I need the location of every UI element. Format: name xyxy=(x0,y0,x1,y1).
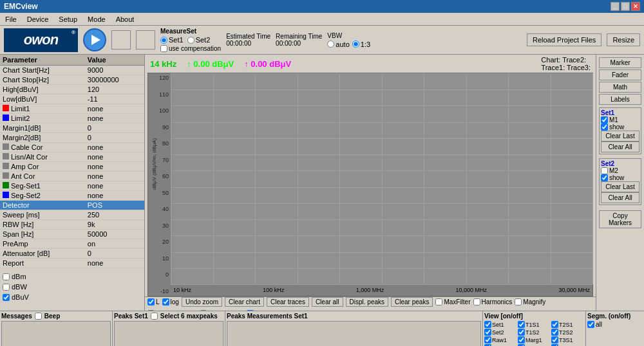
l-checkbox[interactable] xyxy=(147,298,155,305)
use-compensation-checkbox[interactable] xyxy=(160,45,167,52)
right-panel: Marker Fader Math Labels Set1 M1 show Cl… xyxy=(596,55,644,311)
magnify-checkbox[interactable] xyxy=(515,298,522,305)
vbw-label: VBW xyxy=(327,32,370,39)
dbuv-checkbox[interactable] xyxy=(3,294,10,301)
resize-button[interactable]: Resize xyxy=(607,33,640,46)
view-set2-checkbox[interactable] xyxy=(484,329,491,336)
segm-all-checkbox[interactable] xyxy=(587,321,594,328)
param-cell: Lisn/Alt Cor xyxy=(0,152,85,162)
param-cell: Margin1[dB] xyxy=(0,123,85,133)
set1-radio-label[interactable]: Set1 xyxy=(160,36,184,44)
vbw-auto-label[interactable]: auto xyxy=(327,41,349,48)
value-cell: on xyxy=(85,239,144,249)
menu-device[interactable]: Device xyxy=(24,14,52,24)
segm-all-group: all xyxy=(587,321,643,328)
param-cell: Limit1 xyxy=(0,104,85,114)
math-button[interactable]: Math xyxy=(599,82,641,93)
close-button[interactable]: ✕ xyxy=(631,2,640,11)
copy-markers-button[interactable]: Copy Markers xyxy=(599,210,641,228)
set2-clear-last-button[interactable]: Clear Last xyxy=(601,181,639,192)
view-t2s1-checkbox[interactable] xyxy=(551,321,558,328)
set2-show-checkbox[interactable] xyxy=(601,174,608,181)
stop-button[interactable] xyxy=(111,30,131,50)
trace3-label: Trace3: xyxy=(567,64,591,71)
play-icon xyxy=(91,35,100,45)
vbw-auto-radio[interactable] xyxy=(327,41,334,48)
view-t2s2-checkbox[interactable] xyxy=(551,329,558,336)
set1-radio[interactable] xyxy=(160,37,167,44)
trademark: ® xyxy=(71,30,75,35)
grid-line-vertical xyxy=(508,73,509,284)
vbw-ratio-radio[interactable] xyxy=(352,41,359,48)
grid-line-vertical xyxy=(339,73,340,284)
undo-zoom-button[interactable]: Undo zoom xyxy=(182,297,222,307)
dbw-checkbox[interactable] xyxy=(3,284,10,291)
fader-button[interactable]: Fader xyxy=(599,69,641,80)
value-cell: none xyxy=(85,143,144,152)
estimated-time-value: 00:00:00 xyxy=(226,40,270,47)
view-set1-checkbox[interactable] xyxy=(484,321,491,328)
view-panel: View [on/off] Set1 T1S1 T2S1 Set2 T1S2 T… xyxy=(483,311,586,346)
maxfilter-checkbox[interactable] xyxy=(435,298,442,305)
grid-line-vertical xyxy=(382,73,383,284)
menu-mode[interactable]: Mode xyxy=(85,14,108,24)
menu-about[interactable]: About xyxy=(113,14,137,24)
estimated-time-label: Estimated Time xyxy=(226,33,270,40)
messages-panel: Messages Beep xyxy=(0,311,113,346)
displ-peaks-button[interactable]: Displ. peaks xyxy=(346,297,388,307)
param-cell: Margin2[dB] xyxy=(0,133,85,143)
main-layout: Parameter Value Chart Start[Hz]9000Chart… xyxy=(0,55,644,346)
log-checkbox[interactable] xyxy=(162,298,169,305)
segm-title: Segm. (on/off) xyxy=(587,313,643,320)
beep-checkbox[interactable] xyxy=(35,313,42,320)
value-cell: 9k xyxy=(85,220,144,230)
spectrum-chart[interactable]: 120 110 100 90 80 70 60 50 40 30 20 10 0… xyxy=(147,73,593,296)
set2-m2-checkbox[interactable] xyxy=(601,167,608,174)
pause-button[interactable] xyxy=(136,30,155,50)
harmonics-checkbox[interactable] xyxy=(473,298,480,305)
clear-all-button[interactable]: Clear all xyxy=(312,297,343,307)
clear-traces-button[interactable]: Clear traces xyxy=(267,297,309,307)
set2-clear-all-button[interactable]: Clear All xyxy=(601,192,639,203)
view-t1s2-checkbox[interactable] xyxy=(518,329,525,336)
set1-clear-last-button[interactable]: Clear Last xyxy=(601,131,639,141)
x-axis: 10 kHz 100 kHz 1,000 MHz 10,000 MHz 30,0… xyxy=(171,284,592,296)
view-t3s1-checkbox[interactable] xyxy=(551,336,558,343)
param-cell: Detector xyxy=(0,201,85,210)
maximize-button[interactable]: □ xyxy=(621,2,630,11)
window-controls: _ □ ✕ xyxy=(611,2,640,11)
measure-set-label: MeasureSet xyxy=(160,28,221,35)
set2-radio[interactable] xyxy=(187,37,194,44)
set1-clear-all-button[interactable]: Clear All xyxy=(601,141,639,152)
view-marg1-checkbox[interactable] xyxy=(518,336,525,343)
messages-content xyxy=(1,321,111,346)
segm-all-label: all xyxy=(596,321,602,328)
set1-m1-checkbox[interactable] xyxy=(601,116,608,123)
view-t1s1-checkbox[interactable] xyxy=(518,321,525,328)
dbm-checkbox[interactable] xyxy=(3,273,10,280)
param-cell: Limit2 xyxy=(0,114,85,123)
set1-show-checkbox[interactable] xyxy=(601,123,608,131)
select6-checkbox[interactable] xyxy=(151,313,158,320)
menu-setup[interactable]: Setup xyxy=(56,14,80,24)
play-button[interactable] xyxy=(83,28,106,51)
use-compensation-label: use compensation xyxy=(169,45,221,52)
title-bar: EMCview _ □ ✕ xyxy=(0,0,644,13)
value-cell: none xyxy=(85,104,144,114)
menu-file[interactable]: File xyxy=(3,14,19,24)
labels-button[interactable]: Labels xyxy=(599,94,641,105)
set2-radio-label[interactable]: Set2 xyxy=(187,36,211,44)
estimated-time-group: Estimated Time 00:00:00 xyxy=(226,33,270,47)
params-table: Parameter Value Chart Start[Hz]9000Chart… xyxy=(0,55,144,268)
view-raw1-checkbox[interactable] xyxy=(484,336,491,343)
col-parameter: Parameter xyxy=(0,55,85,66)
reload-project-files-button[interactable]: Reload Project Files xyxy=(527,33,601,46)
value-cell: 9000 xyxy=(85,66,144,75)
minimize-button[interactable]: _ xyxy=(611,2,620,11)
vbw-ratio-label[interactable]: 1:3 xyxy=(352,41,370,48)
unit-checkboxes: dBm dBW dBuV xyxy=(0,271,144,302)
marker-button[interactable]: Marker xyxy=(599,57,641,68)
value-cell: 30000000 xyxy=(85,75,144,85)
clear-peaks-button[interactable]: Clear peaks xyxy=(391,297,433,307)
clear-chart-button[interactable]: Clear chart xyxy=(225,297,264,307)
